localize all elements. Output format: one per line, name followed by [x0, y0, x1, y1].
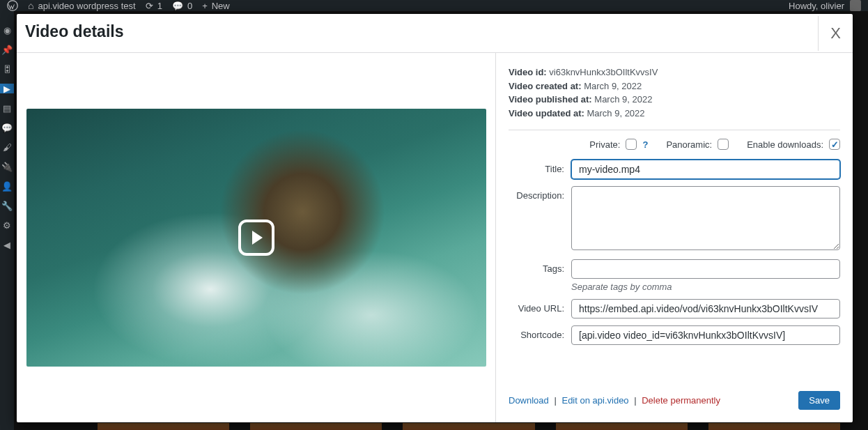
save-button[interactable]: Save [798, 391, 840, 410]
private-label: Private: [589, 139, 620, 150]
updates-link[interactable]: ⟳ 1 [146, 1, 162, 11]
media-icon[interactable]: 🎛 [2, 64, 12, 74]
plus-icon: + [202, 1, 208, 11]
created-value: March 9, 2022 [584, 81, 642, 91]
updates-count: 1 [157, 1, 162, 11]
edit-link[interactable]: Edit on api.video [561, 395, 628, 406]
collapse-icon[interactable]: ◀ [2, 240, 12, 249]
appearance-icon[interactable]: 🖌 [2, 142, 12, 152]
title-label: Title: [509, 160, 571, 174]
new-label: New [212, 1, 230, 11]
home-icon: ⌂ [28, 0, 33, 11]
updated-value: March 9, 2022 [587, 108, 644, 118]
published-value: March 9, 2022 [594, 94, 652, 105]
tags-hint: Separate tags by comma [571, 282, 840, 292]
video-url-label: Video URL: [509, 299, 571, 314]
thumb-strip [98, 423, 840, 430]
posts-icon[interactable]: 📌 [2, 45, 12, 54]
sep: | [634, 395, 636, 406]
description-label: Description: [509, 186, 571, 201]
private-checkbox[interactable] [626, 139, 637, 150]
shortcode-label: Shortcode: [509, 325, 571, 340]
site-title: api.video wordpress test [38, 1, 135, 11]
dashboard-icon[interactable]: ◉ [2, 25, 12, 35]
settings-icon[interactable]: ⚙ [2, 220, 12, 230]
update-icon: ⟳ [146, 1, 153, 11]
play-button[interactable] [238, 220, 274, 256]
close-button[interactable]: X [818, 16, 853, 51]
shortcode-input[interactable] [571, 325, 840, 345]
wp-admin-bar: ⌂ api.video wordpress test ⟳ 1 💬 0 + New… [0, 0, 868, 11]
private-help[interactable]: ? [642, 139, 648, 150]
sep: | [554, 395, 556, 406]
video-url-input[interactable] [571, 299, 840, 318]
video-meta: Video id: vi63knvHunkx3bOIltKvvsIV Video… [509, 66, 840, 130]
comments-link[interactable]: 💬 0 [172, 1, 192, 11]
video-id-label: Video id: [509, 67, 547, 77]
comment-icon: 💬 [172, 1, 183, 11]
new-link[interactable]: + New [202, 1, 230, 11]
video-preview-panel [17, 53, 496, 422]
panoramic-label: Panoramic: [666, 139, 712, 150]
download-link[interactable]: Download [509, 395, 549, 406]
video-thumbnail [26, 109, 486, 367]
tools-icon[interactable]: 🔧 [2, 201, 12, 210]
wordpress-icon [7, 0, 18, 11]
video-id-value: vi63knvHunkx3bOIltKvvsIV [549, 67, 658, 77]
apivideo-icon[interactable]: ▶ [0, 84, 14, 93]
modal-header: Video details X [17, 14, 853, 53]
site-link[interactable]: ⌂ api.video wordpress test [28, 0, 136, 11]
wp-sidebar: ◉ 📌 🎛 ▶ ▤ 💬 🖌 🔌 👤 🔧 ⚙ ◀ [0, 11, 14, 430]
users-icon[interactable]: 👤 [2, 181, 12, 191]
tags-input[interactable] [571, 259, 840, 279]
tags-label: Tags: [509, 259, 571, 274]
title-input[interactable] [571, 160, 840, 179]
video-details-panel: Video id: vi63knvHunkx3bOIltKvvsIV Video… [496, 53, 853, 422]
panoramic-checkbox[interactable] [718, 139, 729, 150]
avatar[interactable] [850, 0, 861, 11]
modal-title: Video details [25, 22, 123, 41]
modal-footer: Download | Edit on api.video | Delete pe… [509, 374, 840, 410]
delete-link[interactable]: Delete permanently [642, 395, 720, 406]
pages-icon[interactable]: ▤ [2, 103, 12, 113]
description-textarea[interactable] [571, 186, 840, 250]
updated-label: Video updated at: [509, 108, 584, 118]
settings-checkboxes: Private: ? Panoramic: Enable downloads: [509, 139, 840, 150]
created-label: Video created at: [509, 81, 582, 91]
howdy[interactable]: Howdy, olivier [789, 1, 844, 11]
comments-count: 0 [187, 1, 192, 11]
plugins-icon[interactable]: 🔌 [2, 162, 12, 171]
video-details-modal: Video details X Video id: vi63knvHunkx3b… [17, 14, 853, 422]
downloads-label: Enable downloads: [747, 139, 823, 150]
downloads-checkbox[interactable] [829, 139, 840, 150]
comments2-icon[interactable]: 💬 [2, 123, 12, 132]
wp-logo[interactable] [7, 0, 18, 11]
published-label: Video published at: [509, 94, 592, 105]
